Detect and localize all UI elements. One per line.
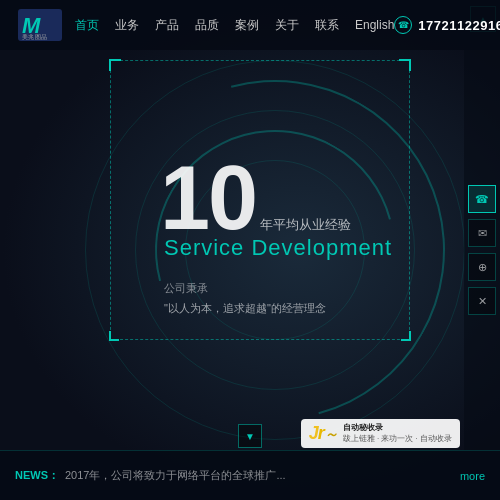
watermark-badge: Jr～ 自动秘收录 跋上链雅 · 来功一次 · 自动收录 (301, 419, 460, 448)
dashed-frame (110, 60, 410, 340)
nav-item-english[interactable]: English (355, 18, 394, 32)
nav-item-services[interactable]: 业务 (115, 17, 139, 34)
header: M 美兆图品 首页 业务 产品 品质 案例 关于 联系 English ☎ 17… (0, 0, 500, 50)
main-nav: 首页 业务 产品 品质 案例 关于 联系 English (75, 17, 394, 34)
news-more-link[interactable]: more (460, 470, 485, 482)
sidebar-phone-btn[interactable]: ☎ (468, 185, 496, 213)
nav-item-about[interactable]: 关于 (275, 17, 299, 34)
nav-item-contact[interactable]: 联系 (315, 17, 339, 34)
watermark-title: 自动秘收录 (343, 423, 452, 433)
sidebar-email-btn[interactable]: ✉ (468, 219, 496, 247)
svg-text:美兆图品: 美兆图品 (22, 33, 47, 40)
sidebar-close-btn[interactable]: ✕ (468, 287, 496, 315)
watermark-text: 自动秘收录 跋上链雅 · 来功一次 · 自动收录 (343, 423, 452, 444)
nav-item-products[interactable]: 产品 (155, 17, 179, 34)
phone-icon: ☎ (394, 16, 412, 34)
frame-corner-bl (109, 331, 119, 341)
bottom-chevron: ▼ (238, 424, 262, 448)
watermark-logo: Jr～ (309, 423, 337, 444)
bottom-bar: NEWS： 2017年，公司将致力于网络平台的全球推广... more (0, 450, 500, 500)
sidebar-add-btn[interactable]: ⊕ (468, 253, 496, 281)
news-text: 2017年，公司将致力于网络平台的全球推广... (65, 468, 456, 483)
news-label: NEWS： (15, 468, 59, 483)
nav-item-cases[interactable]: 案例 (235, 17, 259, 34)
scroll-down-button[interactable]: ▼ (238, 424, 262, 448)
watermark-subtitle: 跋上链雅 · 来功一次 · 自动收录 (343, 434, 452, 444)
phone-wrap: ☎ 17721122916 (394, 16, 500, 34)
right-sidebar: ☎ ✉ ⊕ ✕ (464, 50, 500, 450)
frame-corner-br (401, 331, 411, 341)
nav-item-home[interactable]: 首页 (75, 17, 99, 34)
logo: M 美兆图品 (15, 7, 65, 43)
phone-number: 17721122916 (418, 18, 500, 33)
nav-item-quality[interactable]: 品质 (195, 17, 219, 34)
